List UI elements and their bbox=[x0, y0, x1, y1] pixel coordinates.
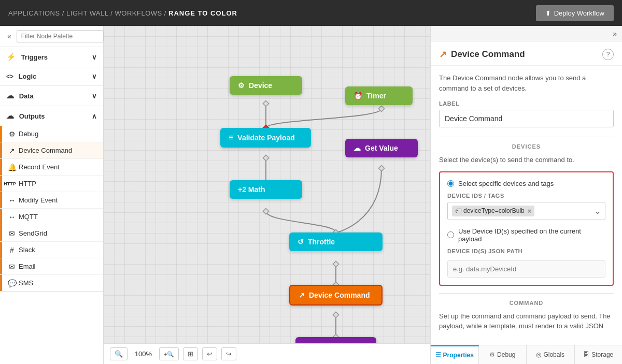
command-section-description: Set up the command and command payload t… bbox=[439, 311, 614, 331]
svg-rect-0 bbox=[263, 100, 268, 106]
debug-icon: ⚙ bbox=[4, 130, 20, 138]
node-device-command[interactable]: ↗ Device Command bbox=[289, 285, 383, 305]
node-validate-payload[interactable]: ≡ Validate Payload bbox=[220, 128, 311, 148]
workflow-canvas[interactable]: ⚙ Device ⏰ Timer ≡ Validate Payload ☁ Ge… bbox=[104, 26, 430, 364]
undo-button[interactable]: ↩ bbox=[202, 347, 217, 360]
node-get-value[interactable]: ☁ Get Value bbox=[345, 139, 418, 157]
logic-label: Logic bbox=[19, 72, 37, 80]
http-icon: HTTP bbox=[2, 181, 18, 186]
zoom-level-display: 100% bbox=[132, 350, 155, 358]
sidebar-item-sms-label: SMS bbox=[19, 279, 97, 287]
tag-flag-icon: 🏷 bbox=[455, 207, 461, 214]
sidebar-item-http-label: HTTP bbox=[19, 180, 97, 187]
sidebar-item-debug[interactable]: ⚙ Debug bbox=[0, 126, 103, 142]
node-throttle[interactable]: ↺ Throttle bbox=[289, 232, 383, 251]
mqtt-icon: ↔ bbox=[4, 213, 20, 221]
data-label: Data bbox=[19, 92, 34, 100]
radio-select-specific[interactable]: Select specific devices and tags bbox=[447, 180, 605, 187]
node-math[interactable]: +2 Math bbox=[230, 180, 302, 199]
timer-node-label: Timer bbox=[366, 92, 386, 100]
deploy-workflow-button[interactable]: ⬆ Deploy Workflow bbox=[536, 5, 614, 21]
sidebar-item-sms[interactable]: 💬 SMS bbox=[0, 275, 103, 292]
radio-payload-label: Use Device ID(s) specified on the curren… bbox=[458, 227, 605, 243]
panel-description: The Device Command node allows you to se… bbox=[439, 73, 614, 93]
triggers-icon: ⚡ bbox=[6, 52, 16, 61]
sidebar-collapse-button[interactable]: « bbox=[5, 31, 13, 41]
sidebar-item-mqtt[interactable]: ↔ MQTT bbox=[0, 209, 103, 225]
record-event-icon: 🔔 bbox=[4, 163, 20, 171]
tab-debug[interactable]: ⚙ Debug bbox=[479, 345, 527, 364]
redo-button[interactable]: ↪ bbox=[221, 347, 236, 360]
node-device[interactable]: ⚙ Device bbox=[230, 76, 302, 95]
sidebar-item-http[interactable]: HTTP HTTP bbox=[0, 176, 103, 192]
breadcrumb-light-wall[interactable]: LIGHT WALL bbox=[66, 9, 108, 17]
device-node-label: Device bbox=[249, 81, 272, 90]
radio-payload-input[interactable] bbox=[447, 231, 454, 238]
sidebar-item-sendgrid[interactable]: ✉ SendGrid bbox=[0, 225, 103, 242]
sidebar-section-outputs-header[interactable]: ☁ Outputs ∧ bbox=[0, 106, 103, 126]
svg-rect-1 bbox=[378, 106, 384, 111]
sidebar-section-triggers-header[interactable]: ⚡ Triggers ∨ bbox=[0, 47, 103, 67]
tag-input-wrapper[interactable]: 🏷 deviceType=colorBulb × ⌄ bbox=[447, 202, 605, 220]
help-button[interactable]: ? bbox=[602, 49, 614, 60]
sidebar-item-record-event[interactable]: 🔔 Record Event bbox=[0, 159, 103, 176]
sidebar-item-modify-event-label: Modify Event bbox=[19, 196, 97, 204]
breadcrumb: APPLICATIONS / LIGHT WALL / WORKFLOWS / … bbox=[8, 9, 237, 17]
timer-node-icon: ⏰ bbox=[354, 92, 362, 100]
device-node-icon: ⚙ bbox=[238, 81, 245, 90]
properties-tab-label: Properties bbox=[443, 352, 474, 359]
storage-tab-label: Storage bbox=[591, 351, 613, 358]
svg-rect-7 bbox=[333, 261, 338, 267]
deploy-icon: ⬆ bbox=[545, 9, 551, 17]
label-field-label: Label bbox=[439, 100, 614, 107]
validate-node-icon: ≡ bbox=[229, 133, 233, 142]
zoom-in-button[interactable]: +🔍 bbox=[159, 347, 179, 360]
breadcrumb-workflows[interactable]: WORKFLOWS bbox=[115, 9, 162, 17]
svg-rect-9 bbox=[333, 312, 338, 317]
tag-chip-device-type: 🏷 deviceType=colorBulb × bbox=[452, 206, 534, 216]
device-id-json-path-label: Device ID(s) JSON Path bbox=[447, 248, 605, 254]
right-panel-title: ↗ Device Command bbox=[439, 49, 525, 60]
sidebar-section-data-header[interactable]: ☁ Data ∨ bbox=[0, 86, 103, 106]
node-timer[interactable]: ⏰ Timer bbox=[345, 86, 413, 105]
label-field-input[interactable] bbox=[439, 110, 614, 127]
get-value-node-label: Get Value bbox=[365, 144, 398, 152]
zoom-out-button[interactable]: 🔍 bbox=[110, 347, 128, 360]
radio-use-payload[interactable]: Use Device ID(s) specified on the curren… bbox=[447, 227, 605, 243]
left-sidebar: « ⚡ Triggers ∨ <> Logic bbox=[0, 26, 104, 364]
get-value-node-icon: ☁ bbox=[354, 144, 361, 152]
sidebar-item-slack[interactable]: # Slack bbox=[0, 242, 103, 258]
sidebar-section-data: ☁ Data ∨ bbox=[0, 86, 103, 106]
right-panel-title-bar: ↗ Device Command ? bbox=[431, 41, 622, 66]
sidebar-item-mqtt-label: MQTT bbox=[19, 213, 97, 221]
sidebar-item-device-command[interactable]: ↗ Device Command bbox=[0, 142, 103, 159]
tab-properties[interactable]: ☰ Properties bbox=[431, 345, 479, 364]
redo-icon: ↪ bbox=[226, 350, 232, 358]
tab-storage[interactable]: 🗄 Storage bbox=[575, 345, 623, 364]
filter-node-palette-input[interactable] bbox=[17, 30, 104, 42]
sidebar-section-logic-header[interactable]: <> Logic ∨ bbox=[0, 67, 103, 85]
outputs-chevron-icon: ∧ bbox=[92, 112, 97, 120]
data-icon: ☁ bbox=[6, 91, 14, 100]
throttle-node-label: Throttle bbox=[308, 238, 335, 246]
sidebar-item-modify-event[interactable]: ↔ Modify Event bbox=[0, 192, 103, 209]
outputs-label: Outputs bbox=[19, 112, 45, 120]
tag-dropdown-icon[interactable]: ⌄ bbox=[594, 206, 601, 216]
devices-section-title: DEVICES bbox=[439, 143, 614, 150]
canvas-toolbar: 🔍 100% +🔍 ⊞ ↩ ↪ bbox=[104, 343, 430, 364]
radio-specific-input[interactable] bbox=[447, 180, 454, 187]
zoom-in-icon: +🔍 bbox=[164, 351, 174, 357]
right-panel-bottom-tabs: ☰ Properties ⚙ Debug ◎ Globals 🗄 Storage bbox=[431, 345, 622, 364]
tab-globals[interactable]: ◎ Globals bbox=[527, 345, 575, 364]
grid-toggle-button[interactable]: ⊞ bbox=[183, 347, 198, 360]
panel-node-arrow-icon: ↗ bbox=[439, 49, 447, 60]
right-panel-collapse-button[interactable]: » bbox=[613, 30, 617, 38]
sidebar-item-email[interactable]: ✉ Email bbox=[0, 258, 103, 275]
grid-icon: ⊞ bbox=[188, 350, 193, 358]
sidebar-item-email-label: Email bbox=[19, 263, 97, 270]
panel-body: The Device Command node allows you to se… bbox=[431, 66, 622, 345]
triggers-chevron-icon: ∨ bbox=[92, 53, 97, 61]
tag-remove-button[interactable]: × bbox=[528, 207, 532, 215]
undo-icon: ↩ bbox=[207, 350, 213, 358]
breadcrumb-applications[interactable]: APPLICATIONS bbox=[8, 9, 60, 17]
